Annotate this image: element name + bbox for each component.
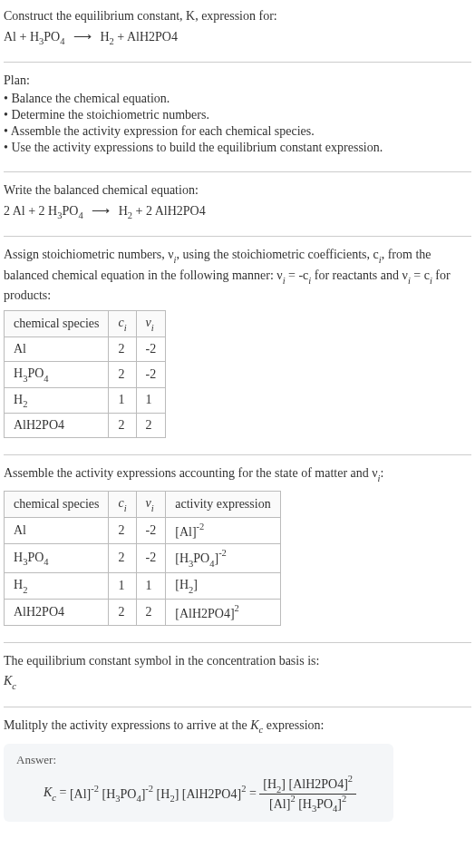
divider [4, 642, 471, 643]
answer-product: [Al]-2 [H3PO4]-2 [H2] [AlH2PO4]2 [70, 785, 246, 803]
cell-c: 2 [109, 544, 136, 572]
answer-fraction: [H2] [AlH2PO4]2 [Al]2 [H3PO4]2 [259, 775, 356, 813]
cell-nu: 2 [136, 599, 166, 626]
divider [4, 454, 471, 455]
fraction-denominator: [Al]2 [H3PO4]2 [259, 795, 356, 813]
table-row: Al 2 -2 [Al]-2 [5, 517, 281, 544]
divider [4, 707, 471, 707]
col-species: chemical species [5, 310, 109, 336]
cell-nu: -2 [136, 517, 166, 544]
cell-nu: -2 [136, 544, 166, 572]
plan-list: • Balance the chemical equation. • Deter… [4, 92, 471, 155]
col-ci: ci [109, 310, 136, 336]
table-header-row: chemical species ci νi [5, 310, 166, 336]
table-row: H2 1 1 [H2] [5, 572, 281, 599]
col-species: chemical species [5, 491, 109, 517]
cell-nu: 1 [136, 387, 166, 414]
divider [4, 171, 471, 172]
cell-c: 2 [109, 414, 136, 438]
cell-expr: [H2] [166, 572, 280, 599]
cell-nu: -2 [136, 336, 166, 361]
plan-item: • Determine the stoichiometric numbers. [4, 108, 471, 122]
cell-species: H2 [5, 572, 109, 599]
cell-species: AlH2PO4 [5, 414, 109, 438]
divider [4, 62, 471, 63]
stoichiometric-table: chemical species ci νi Al 2 -2 H3PO4 2 -… [4, 310, 166, 438]
cell-nu: -2 [136, 361, 166, 387]
symbol-section: The equilibrium constant symbol in the c… [4, 652, 471, 689]
cell-c: 2 [109, 361, 136, 387]
plan-item: • Use the activity expressions to build … [4, 141, 471, 155]
multiply-section: Mulitply the activity expressions to arr… [4, 717, 471, 822]
assign-section: Assign stoichiometric numbers, νi, using… [4, 246, 471, 438]
col-activity: activity expression [166, 491, 280, 517]
table-row: H2 1 1 [5, 387, 166, 414]
plan-item: • Balance the chemical equation. [4, 92, 471, 106]
symbol-text: The equilibrium constant symbol in the c… [4, 652, 471, 670]
cell-species: AlH2PO4 [5, 599, 109, 626]
prompt-section: Construct the equilibrium constant, K, e… [4, 7, 471, 45]
balanced-heading: Write the balanced chemical equation: [4, 181, 471, 200]
balanced-section: Write the balanced chemical equation: 2 … [4, 181, 471, 219]
prompt-equation: Al + H3PO4 ⟶ H2 + AlH2PO4 [4, 29, 471, 46]
answer-box: Answer: Kc = [Al]-2 [H3PO4]-2 [H2] [AlH2… [4, 744, 393, 822]
multiply-text: Mulitply the activity expressions to arr… [4, 717, 471, 736]
cell-c: 2 [109, 336, 136, 361]
balanced-equation: 2 Al + 2 H3PO4 ⟶ H2 + 2 AlH2PO4 [4, 203, 471, 220]
fraction-numerator: [H2] [AlH2PO4]2 [259, 775, 356, 794]
assign-text: Assign stoichiometric numbers, νi, using… [4, 246, 471, 305]
prompt-text: Construct the equilibrium constant, K, e… [4, 9, 277, 23]
col-ci: ci [109, 491, 136, 517]
cell-expr: [AlH2PO4]2 [166, 599, 280, 626]
col-nui: νi [136, 310, 166, 336]
table-row: Al 2 -2 [5, 336, 166, 361]
table-row: H3PO4 2 -2 [5, 361, 166, 387]
col-nui: νi [136, 491, 166, 517]
cell-c: 2 [109, 599, 136, 626]
cell-c: 1 [109, 572, 136, 599]
cell-species: Al [5, 517, 109, 544]
answer-equation: Kc = [Al]-2 [H3PO4]-2 [H2] [AlH2PO4]2 = … [44, 775, 381, 813]
cell-expr: [H3PO4]-2 [166, 544, 280, 572]
prompt-line-1: Construct the equilibrium constant, K, e… [4, 7, 471, 25]
table-row: H3PO4 2 -2 [H3PO4]-2 [5, 544, 281, 572]
activity-section: Assemble the activity expressions accoun… [4, 464, 471, 626]
table-header-row: chemical species ci νi activity expressi… [5, 491, 281, 517]
cell-species: H2 [5, 387, 109, 414]
cell-species: H3PO4 [5, 361, 109, 387]
activity-heading: Assemble the activity expressions accoun… [4, 464, 471, 484]
plan-item: • Assemble the activity expression for e… [4, 124, 471, 139]
answer-lhs: Kc = [44, 785, 66, 802]
symbol-value: Kc [4, 674, 471, 690]
cell-nu: 2 [136, 414, 166, 438]
cell-c: 2 [109, 517, 136, 544]
plan-section: Plan: • Balance the chemical equation. •… [4, 72, 471, 155]
table-row: AlH2PO4 2 2 [AlH2PO4]2 [5, 599, 281, 626]
plan-heading: Plan: [4, 72, 471, 90]
cell-species: H3PO4 [5, 544, 109, 572]
cell-c: 1 [109, 387, 136, 414]
answer-label: Answer: [16, 753, 381, 767]
table-row: AlH2PO4 2 2 [5, 414, 166, 438]
cell-nu: 1 [136, 572, 166, 599]
cell-species: Al [5, 336, 109, 361]
cell-expr: [Al]-2 [166, 517, 280, 544]
activity-table: chemical species ci νi activity expressi… [4, 491, 281, 626]
divider [4, 236, 471, 237]
